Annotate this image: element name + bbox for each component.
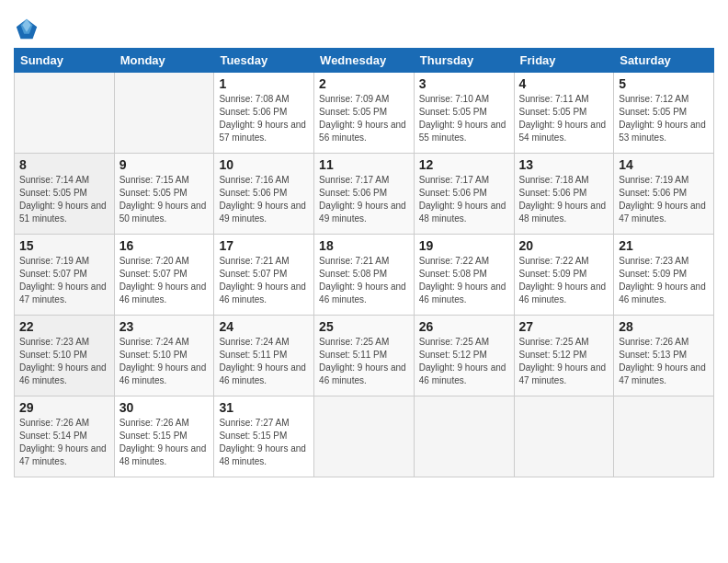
calendar-week-row: 8Sunrise: 7:14 AMSunset: 5:05 PMDaylight… [15,154,714,235]
day-number: 18 [319,238,409,253]
day-number: 16 [119,238,210,253]
calendar-cell: 26Sunrise: 7:25 AMSunset: 5:12 PMDayligh… [414,316,514,396]
calendar-cell: 8Sunrise: 7:14 AMSunset: 5:05 PMDaylight… [15,154,115,235]
calendar-cell: 31Sunrise: 7:27 AMSunset: 5:15 PMDayligh… [214,396,314,477]
day-info: Sunrise: 7:24 AMSunset: 5:10 PMDaylight:… [119,337,207,385]
day-info: Sunrise: 7:21 AMSunset: 5:07 PMDaylight:… [219,256,306,304]
day-info: Sunrise: 7:23 AMSunset: 5:09 PMDaylight:… [619,256,706,304]
calendar-cell: 15Sunrise: 7:19 AMSunset: 5:07 PMDayligh… [15,235,115,316]
day-number: 10 [219,157,309,172]
day-number: 25 [319,319,409,334]
weekday-header: Thursday [414,49,514,73]
day-number: 8 [19,157,109,172]
day-info: Sunrise: 7:08 AMSunset: 5:06 PMDaylight:… [219,94,306,143]
calendar-body: 1Sunrise: 7:08 AMSunset: 5:06 PMDaylight… [15,73,714,477]
weekday-header: Saturday [614,49,714,73]
calendar-cell: 1Sunrise: 7:08 AMSunset: 5:06 PMDaylight… [214,73,314,154]
weekday-header: Friday [514,49,614,73]
day-number: 31 [219,400,309,415]
weekday-header: Sunday [15,49,115,73]
day-info: Sunrise: 7:26 AMSunset: 5:15 PMDaylight:… [119,418,207,466]
calendar-cell: 23Sunrise: 7:24 AMSunset: 5:10 PMDayligh… [114,316,214,396]
calendar-table: SundayMondayTuesdayWednesdayThursdayFrid… [14,48,714,477]
day-info: Sunrise: 7:26 AMSunset: 5:14 PMDaylight:… [19,418,107,466]
calendar-cell: 5Sunrise: 7:12 AMSunset: 5:05 PMDaylight… [614,73,714,154]
calendar-header-row: SundayMondayTuesdayWednesdayThursdayFrid… [15,49,714,73]
day-number: 12 [419,157,509,172]
day-number: 28 [619,319,709,334]
calendar-cell: 10Sunrise: 7:16 AMSunset: 5:06 PMDayligh… [214,154,314,235]
day-number: 2 [319,76,409,91]
day-number: 19 [419,238,509,253]
calendar-cell: 28Sunrise: 7:26 AMSunset: 5:13 PMDayligh… [614,316,714,396]
calendar-week-row: 15Sunrise: 7:19 AMSunset: 5:07 PMDayligh… [15,235,714,316]
calendar-cell: 11Sunrise: 7:17 AMSunset: 5:06 PMDayligh… [314,154,415,235]
day-number: 23 [119,319,210,334]
calendar-cell [614,396,714,477]
day-info: Sunrise: 7:22 AMSunset: 5:09 PMDaylight:… [519,256,607,304]
weekday-header: Wednesday [314,49,415,73]
day-info: Sunrise: 7:26 AMSunset: 5:13 PMDaylight:… [619,337,706,385]
day-info: Sunrise: 7:09 AMSunset: 5:05 PMDaylight:… [319,94,406,143]
calendar-cell: 19Sunrise: 7:22 AMSunset: 5:08 PMDayligh… [414,235,514,316]
calendar-cell: 4Sunrise: 7:11 AMSunset: 5:05 PMDaylight… [514,73,614,154]
calendar-cell: 27Sunrise: 7:25 AMSunset: 5:12 PMDayligh… [514,316,614,396]
calendar-cell: 9Sunrise: 7:15 AMSunset: 5:05 PMDaylight… [114,154,214,235]
calendar-cell [114,73,214,154]
day-info: Sunrise: 7:15 AMSunset: 5:05 PMDaylight:… [119,175,207,224]
day-number: 27 [519,319,609,334]
day-info: Sunrise: 7:16 AMSunset: 5:06 PMDaylight:… [219,175,306,224]
day-number: 1 [219,76,309,91]
calendar-week-row: 22Sunrise: 7:23 AMSunset: 5:10 PMDayligh… [15,316,714,396]
calendar-cell: 2Sunrise: 7:09 AMSunset: 5:05 PMDaylight… [314,73,415,154]
logo [14,17,43,42]
calendar-cell [15,73,115,154]
calendar-cell: 20Sunrise: 7:22 AMSunset: 5:09 PMDayligh… [514,235,614,316]
calendar-cell [414,396,514,477]
weekday-header: Tuesday [214,49,314,73]
day-number: 5 [619,76,709,91]
day-number: 9 [119,157,210,172]
day-number: 4 [519,76,609,91]
day-number: 15 [19,238,109,253]
day-info: Sunrise: 7:27 AMSunset: 5:15 PMDaylight:… [219,418,306,466]
day-info: Sunrise: 7:24 AMSunset: 5:11 PMDaylight:… [219,337,306,385]
day-number: 30 [119,400,210,415]
day-info: Sunrise: 7:25 AMSunset: 5:12 PMDaylight:… [519,337,607,385]
calendar-cell: 17Sunrise: 7:21 AMSunset: 5:07 PMDayligh… [214,235,314,316]
day-number: 26 [419,319,509,334]
calendar-cell: 16Sunrise: 7:20 AMSunset: 5:07 PMDayligh… [114,235,214,316]
day-info: Sunrise: 7:23 AMSunset: 5:10 PMDaylight:… [19,337,107,385]
calendar-week-row: 29Sunrise: 7:26 AMSunset: 5:14 PMDayligh… [15,396,714,477]
day-info: Sunrise: 7:20 AMSunset: 5:07 PMDaylight:… [119,256,207,304]
day-number: 14 [619,157,709,172]
day-info: Sunrise: 7:21 AMSunset: 5:08 PMDaylight:… [319,256,406,304]
day-number: 22 [19,319,109,334]
day-number: 17 [219,238,309,253]
calendar-cell: 22Sunrise: 7:23 AMSunset: 5:10 PMDayligh… [15,316,115,396]
day-info: Sunrise: 7:17 AMSunset: 5:06 PMDaylight:… [319,175,406,224]
day-info: Sunrise: 7:17 AMSunset: 5:06 PMDaylight:… [419,175,506,224]
day-info: Sunrise: 7:11 AMSunset: 5:05 PMDaylight:… [519,94,607,143]
day-info: Sunrise: 7:14 AMSunset: 5:05 PMDaylight:… [19,175,107,224]
day-info: Sunrise: 7:12 AMSunset: 5:05 PMDaylight:… [619,94,706,143]
day-number: 3 [419,76,509,91]
weekday-header: Monday [114,49,214,73]
calendar-cell: 3Sunrise: 7:10 AMSunset: 5:05 PMDaylight… [414,73,514,154]
day-number: 20 [519,238,609,253]
day-number: 11 [319,157,409,172]
calendar-cell: 29Sunrise: 7:26 AMSunset: 5:14 PMDayligh… [15,396,115,477]
day-number: 13 [519,157,609,172]
logo-icon [14,17,40,42]
calendar-cell: 14Sunrise: 7:19 AMSunset: 5:06 PMDayligh… [614,154,714,235]
day-info: Sunrise: 7:19 AMSunset: 5:07 PMDaylight:… [19,256,107,304]
calendar-cell: 21Sunrise: 7:23 AMSunset: 5:09 PMDayligh… [614,235,714,316]
calendar-cell: 18Sunrise: 7:21 AMSunset: 5:08 PMDayligh… [314,235,415,316]
day-info: Sunrise: 7:10 AMSunset: 5:05 PMDaylight:… [419,94,506,143]
day-info: Sunrise: 7:25 AMSunset: 5:12 PMDaylight:… [419,337,506,385]
day-number: 21 [619,238,709,253]
calendar-cell: 24Sunrise: 7:24 AMSunset: 5:11 PMDayligh… [214,316,314,396]
calendar-week-row: 1Sunrise: 7:08 AMSunset: 5:06 PMDaylight… [15,73,714,154]
calendar-cell [314,396,415,477]
calendar-cell: 25Sunrise: 7:25 AMSunset: 5:11 PMDayligh… [314,316,415,396]
